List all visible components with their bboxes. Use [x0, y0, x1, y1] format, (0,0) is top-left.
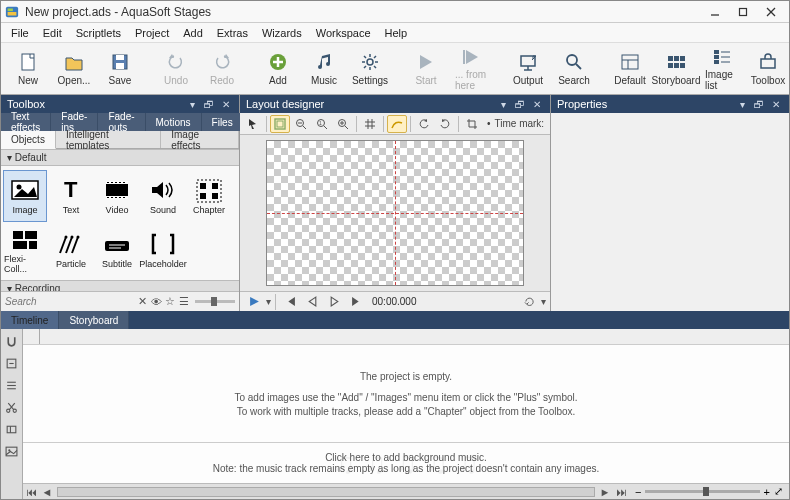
cut-icon[interactable] [4, 399, 20, 415]
section-recording[interactable]: ▾ Recording [1, 280, 239, 291]
collapse-track-icon[interactable] [4, 355, 20, 371]
menu-add[interactable]: Add [177, 25, 209, 41]
toolbox-item-video[interactable]: Video [95, 170, 139, 222]
crop-icon[interactable] [462, 115, 482, 133]
toolbox-button[interactable]: Toolbox [747, 46, 789, 92]
step-back-icon[interactable] [302, 293, 322, 311]
panel-pop-icon[interactable]: 🗗 [202, 97, 216, 111]
save-button[interactable]: Save [99, 46, 141, 92]
zoom-out-icon[interactable] [291, 115, 311, 133]
scroll-start-icon[interactable]: ⏮ [23, 485, 39, 499]
scroll-left-icon[interactable]: ◄ [39, 485, 55, 499]
close-button[interactable] [757, 2, 785, 22]
zoom-in-small-icon[interactable]: + [764, 486, 770, 498]
menu-project[interactable]: Project [129, 25, 175, 41]
skip-start-icon[interactable] [280, 293, 300, 311]
default-button[interactable]: Default [609, 46, 651, 92]
tab-intelligent-templates[interactable]: Intelligent templates [56, 131, 161, 148]
visibility-icon[interactable]: 👁 [150, 293, 164, 311]
rotate-right-icon[interactable] [435, 115, 455, 133]
layout-canvas[interactable] [266, 140, 524, 286]
section-default[interactable]: ▾ Default [1, 149, 239, 166]
panel-menu-icon[interactable]: ▾ [185, 97, 199, 111]
cursor-tool-icon[interactable] [243, 115, 263, 133]
toolbox-item-particle[interactable]: Particle [49, 224, 93, 276]
toolbox-search-input[interactable] [1, 294, 136, 309]
scroll-right-icon[interactable]: ► [597, 485, 613, 499]
storyboard-button[interactable]: Storyboard [655, 46, 697, 92]
tab-text-effects[interactable]: Text effects [1, 113, 51, 131]
toolbox-item-sound[interactable]: Sound [141, 170, 185, 222]
toolbox-item-flexi[interactable]: Flexi-Coll... [3, 224, 47, 276]
tab-objects[interactable]: Objects [1, 131, 56, 149]
tab-storyboard[interactable]: Storyboard [59, 311, 129, 329]
menubar: FileEditScriptletsProjectAddExtrasWizard… [1, 23, 789, 43]
toolbox-item-text[interactable]: TText [49, 170, 93, 222]
settings-button[interactable]: Settings [349, 46, 391, 92]
timeline-empty-state[interactable]: The project is empty. To add images use … [23, 345, 789, 443]
zoom-reset-icon[interactable]: 1 [312, 115, 332, 133]
music-track[interactable]: ♫ ♫ ♫ ♫ ♫ Click here to add background m… [23, 443, 789, 483]
safe-area-icon[interactable] [270, 115, 290, 133]
list-view-icon[interactable]: ☰ [177, 293, 191, 311]
menu-edit[interactable]: Edit [37, 25, 68, 41]
tab-image-effects[interactable]: Image effects [161, 131, 239, 148]
picture-icon[interactable] [4, 443, 20, 459]
flexi-icon [10, 226, 40, 252]
empty-line-1: The project is empty. [360, 371, 452, 382]
add-button[interactable]: Add [257, 46, 299, 92]
search-button[interactable]: Search [553, 46, 595, 92]
trim-icon[interactable] [4, 421, 20, 437]
tab-timeline[interactable]: Timeline [1, 311, 59, 329]
new-button[interactable]: New [7, 46, 49, 92]
toolbox-item-subtitle[interactable]: Subtitle [95, 224, 139, 276]
track-list-icon[interactable] [4, 377, 20, 393]
output-button[interactable]: Output [507, 46, 549, 92]
loop-icon[interactable] [519, 293, 539, 311]
zoom-in-icon[interactable] [333, 115, 353, 133]
panel-pop-icon[interactable]: 🗗 [752, 97, 766, 111]
panel-close-icon[interactable]: ✕ [769, 97, 783, 111]
menu-scriptlets[interactable]: Scriptlets [70, 25, 127, 41]
svg-rect-52 [212, 183, 218, 189]
zoom-out-small-icon[interactable]: − [635, 486, 641, 498]
grid-icon[interactable] [360, 115, 380, 133]
panel-close-icon[interactable]: ✕ [219, 97, 233, 111]
skip-end-icon[interactable] [346, 293, 366, 311]
svg-point-63 [65, 236, 68, 239]
favorite-icon[interactable]: ☆ [164, 293, 178, 311]
music-button[interactable]: Music [303, 46, 345, 92]
toolbox-item-placeholder[interactable]: Placeholder [141, 224, 185, 276]
search-clear-icon[interactable]: ✕ [136, 293, 150, 311]
scroll-end-icon[interactable]: ⏭ [613, 485, 629, 499]
panel-pop-icon[interactable]: 🗗 [513, 97, 527, 111]
toolbox-item-image[interactable]: Image [3, 170, 47, 222]
scroll-track[interactable] [57, 487, 595, 497]
zoom-fit-icon[interactable]: ⤢ [774, 485, 783, 498]
imagelist-button[interactable]: Image list [701, 46, 743, 92]
menu-wizards[interactable]: Wizards [256, 25, 308, 41]
motion-path-icon[interactable] [387, 115, 407, 133]
panel-menu-icon[interactable]: ▾ [735, 97, 749, 111]
rotate-left-icon[interactable] [414, 115, 434, 133]
timeline-zoom-slider[interactable]: − + ⤢ [629, 485, 789, 498]
step-fwd-icon[interactable] [324, 293, 344, 311]
menu-help[interactable]: Help [379, 25, 414, 41]
redo-icon [211, 51, 233, 73]
timeline-ruler[interactable] [23, 329, 789, 345]
play-icon[interactable] [244, 293, 264, 311]
toolbox-body: ▾ DefaultImageTTextVideoSoundChapterFlex… [1, 149, 239, 291]
loop-dropdown-icon[interactable]: ▾ [541, 296, 546, 307]
menu-extras[interactable]: Extras [211, 25, 254, 41]
panel-close-icon[interactable]: ✕ [530, 97, 544, 111]
minimize-button[interactable] [701, 2, 729, 22]
play-dropdown-icon[interactable]: ▾ [266, 296, 271, 307]
toolbox-item-chapter[interactable]: Chapter [187, 170, 231, 222]
open-button[interactable]: Open... [53, 46, 95, 92]
maximize-button[interactable] [729, 2, 757, 22]
menu-workspace[interactable]: Workspace [310, 25, 377, 41]
panel-menu-icon[interactable]: ▾ [496, 97, 510, 111]
magnet-icon[interactable] [4, 333, 20, 349]
toolbox-zoom-slider[interactable] [191, 300, 239, 303]
menu-file[interactable]: File [5, 25, 35, 41]
